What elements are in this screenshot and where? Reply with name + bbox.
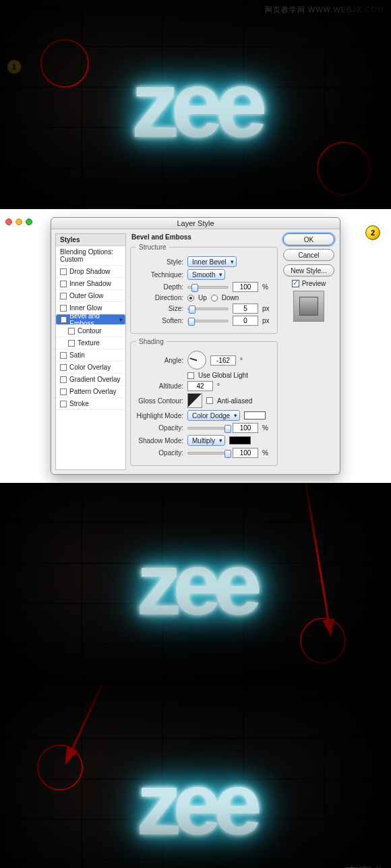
top-neon-scene: 网页教学网 WWW.WEBJX.COM zee 1 bbox=[0, 0, 391, 209]
preview-checkbox[interactable] bbox=[292, 280, 299, 287]
dialog-area: 2 Layer Style Styles Blending Options: C… bbox=[0, 216, 391, 476]
angle-input[interactable] bbox=[210, 355, 236, 366]
panel-title: Bevel and Emboss bbox=[131, 233, 278, 241]
dialog-title: Layer Style bbox=[51, 218, 340, 229]
preview-label: Preview bbox=[302, 280, 326, 287]
callout-badge-2: 2 bbox=[365, 225, 380, 240]
callout-circle-1 bbox=[40, 39, 89, 88]
soften-slider[interactable] bbox=[187, 320, 229, 322]
cancel-button[interactable]: Cancel bbox=[283, 249, 334, 261]
preview-thumbnail bbox=[293, 291, 324, 322]
shadow-mode-select[interactable]: Multiply bbox=[187, 435, 225, 446]
effect-texture[interactable]: Texture bbox=[56, 337, 125, 349]
style-select[interactable]: Inner Bevel bbox=[187, 256, 237, 267]
blending-options-row[interactable]: Blending Options: Custom bbox=[56, 246, 125, 266]
styles-list: Styles Blending Options: Custom Drop Sha… bbox=[55, 233, 126, 470]
callout-badge-1: 1 bbox=[7, 59, 22, 74]
bottom-neon-scene: Change the Angle to 0 zee 查字典 jiaocheng.… bbox=[0, 685, 391, 868]
source-watermark: 网页教学网 WWW.WEBJX.COM bbox=[261, 3, 388, 17]
ok-button[interactable]: OK bbox=[283, 233, 334, 245]
direction-up-radio[interactable] bbox=[187, 295, 194, 301]
effect-drop-shadow[interactable]: Drop Shadow bbox=[56, 266, 125, 278]
styles-header[interactable]: Styles bbox=[56, 234, 125, 246]
callout-circle-mid bbox=[300, 618, 346, 664]
minimize-icon[interactable] bbox=[16, 219, 22, 225]
effect-pattern-overlay[interactable]: Pattern Overlay bbox=[56, 386, 125, 398]
gloss-contour-picker[interactable] bbox=[187, 393, 202, 408]
neon-text-bot: zee bbox=[137, 753, 254, 855]
effect-outer-glow[interactable]: Outer Glow bbox=[56, 290, 125, 302]
site-watermark: 查字典 jiaocheng.chazidian.com bbox=[304, 863, 386, 868]
close-icon[interactable] bbox=[5, 219, 12, 225]
dialog-buttons: OK Cancel New Style... Preview bbox=[282, 233, 336, 470]
shadow-opacity-slider[interactable] bbox=[187, 452, 229, 455]
neon-text-mid: zee bbox=[137, 533, 254, 635]
effect-inner-shadow[interactable]: Inner Shadow bbox=[56, 278, 125, 290]
depth-slider[interactable] bbox=[187, 286, 229, 289]
middle-neon-scene: zee bbox=[0, 483, 391, 685]
angle-dial[interactable] bbox=[187, 351, 206, 370]
new-style-button[interactable]: New Style... bbox=[283, 264, 334, 277]
neon-text-top: zee bbox=[131, 50, 260, 159]
antialias-checkbox[interactable] bbox=[206, 397, 213, 404]
highlight-color-swatch[interactable] bbox=[244, 411, 266, 419]
window-traffic-lights bbox=[5, 219, 32, 225]
zoom-icon[interactable] bbox=[26, 219, 32, 225]
callout-circle-bot bbox=[37, 745, 83, 790]
shadow-opacity-input[interactable] bbox=[233, 448, 258, 458]
highlight-mode-select[interactable]: Color Dodge bbox=[187, 410, 240, 421]
effect-gradient-overlay[interactable]: Gradient Overlay bbox=[56, 374, 125, 386]
effect-bevel-emboss[interactable]: Bevel and Emboss bbox=[56, 314, 125, 325]
effect-satin[interactable]: Satin bbox=[56, 349, 125, 361]
highlight-opacity-slider[interactable] bbox=[187, 427, 229, 430]
effect-stroke[interactable]: Stroke bbox=[56, 398, 125, 410]
spacer bbox=[0, 209, 391, 216]
shading-group: Shading Angle: ° Use Global Light Altitu… bbox=[130, 338, 278, 466]
spacer bbox=[0, 476, 391, 483]
shadow-color-swatch[interactable] bbox=[229, 436, 251, 444]
global-light-checkbox[interactable] bbox=[187, 372, 194, 379]
structure-group: Structure Style: Inner Bevel Technique: … bbox=[130, 243, 278, 334]
soften-input[interactable] bbox=[233, 316, 258, 326]
highlight-opacity-input[interactable] bbox=[233, 423, 258, 433]
layer-style-dialog: Layer Style Styles Blending Options: Cus… bbox=[51, 217, 340, 475]
callout-circle-2 bbox=[317, 142, 371, 196]
size-input[interactable] bbox=[233, 303, 258, 314]
bevel-emboss-panel: Bevel and Emboss Structure Style: Inner … bbox=[130, 233, 278, 470]
altitude-input[interactable] bbox=[187, 381, 213, 391]
arrow-right bbox=[236, 483, 384, 658]
size-slider[interactable] bbox=[187, 308, 229, 310]
technique-select[interactable]: Smooth bbox=[187, 269, 225, 280]
direction-down-radio[interactable] bbox=[211, 295, 218, 301]
effect-color-overlay[interactable]: Color Overlay bbox=[56, 361, 125, 374]
depth-input[interactable] bbox=[233, 282, 258, 292]
